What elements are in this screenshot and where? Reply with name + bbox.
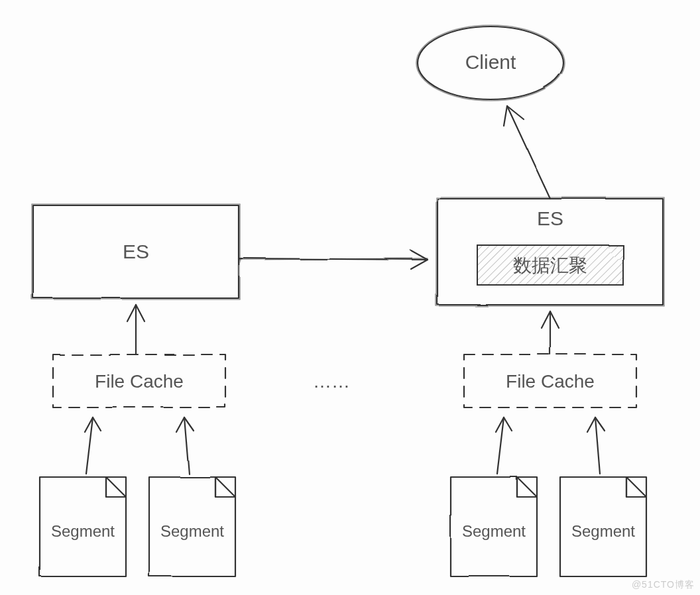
segment-a2-label: Segment	[160, 522, 224, 540]
arrow-seg-b1	[496, 417, 512, 474]
ellipsis-label: ……	[313, 371, 350, 392]
arrow-seg-a2	[176, 417, 194, 474]
client-label: Client	[465, 51, 516, 73]
arrow-seg-a1	[85, 417, 101, 474]
file-cache-right-label: File Cache	[506, 371, 595, 392]
es-right-label: ES	[537, 207, 563, 229]
svg-line-12	[595, 417, 600, 474]
watermark: @51CTO博客	[632, 579, 695, 591]
es-left-label: ES	[123, 241, 149, 262]
segment-b2-label: Segment	[571, 522, 635, 540]
svg-line-6	[507, 106, 550, 199]
segment-a1-label: Segment	[51, 522, 115, 540]
arrow-cache-to-es-right	[542, 311, 559, 354]
svg-line-10	[184, 417, 189, 474]
segment-b1-label: Segment	[462, 522, 526, 540]
svg-line-11	[497, 417, 504, 474]
file-cache-left-label: File Cache	[95, 371, 184, 392]
arrow-es-to-es	[239, 250, 428, 269]
aggregator-label: 数据汇聚	[513, 255, 587, 276]
svg-line-9	[86, 417, 93, 474]
arrow-cache-to-es-left	[127, 305, 145, 354]
arrow-es-to-client	[504, 106, 550, 199]
arrow-seg-b2	[587, 417, 605, 474]
